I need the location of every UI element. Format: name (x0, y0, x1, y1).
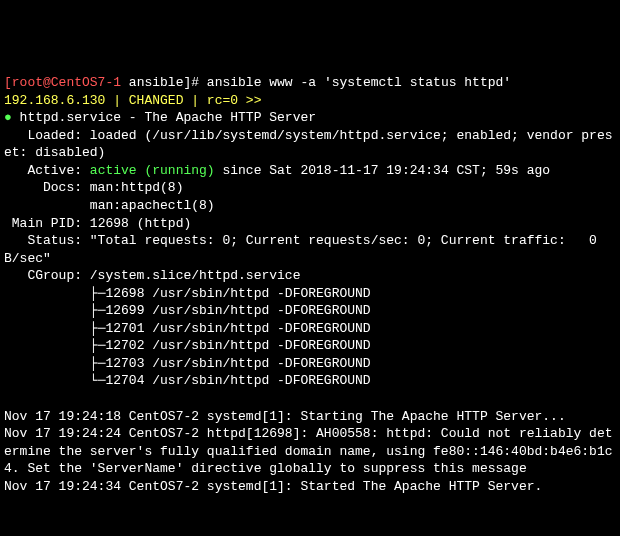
service-process-row: ├─12703 /usr/sbin/httpd -DFOREGROUND (4, 356, 371, 371)
service-process-row: ├─12698 /usr/sbin/httpd -DFOREGROUND (4, 286, 371, 301)
service-active-value: active (running) (90, 163, 215, 178)
service-process-row: └─12704 /usr/sbin/httpd -DFOREGROUND (4, 373, 371, 388)
service-loaded-line: Loaded: loaded (/usr/lib/systemd/system/… (4, 128, 613, 161)
prompt-cwd: ansible] (121, 75, 191, 90)
prompt-hash: # (191, 75, 207, 90)
service-status-dot-icon: ● (4, 110, 12, 125)
service-docs-line1: Docs: man:httpd(8) (4, 180, 183, 195)
service-title: httpd.service - The Apache HTTP Server (12, 110, 316, 125)
journal-log-line: Nov 17 19:24:34 CentOS7-2 systemd[1]: St… (4, 479, 542, 494)
service-cgroup: CGroup: /system.slice/httpd.service (4, 268, 300, 283)
prompt-user-host: [root@CentOS7-1 (4, 75, 121, 90)
service-main-pid: Main PID: 12698 (httpd) (4, 216, 191, 231)
journal-log-line: Nov 17 19:24:18 CentOS7-2 systemd[1]: St… (4, 409, 566, 424)
service-docs-line2: man:apachectl(8) (4, 198, 215, 213)
service-process-row: ├─12701 /usr/sbin/httpd -DFOREGROUND (4, 321, 371, 336)
service-process-row: ├─12699 /usr/sbin/httpd -DFOREGROUND (4, 303, 371, 318)
journal-log-line: Nov 17 19:24:24 CentOS7-2 httpd[12698]: … (4, 426, 613, 476)
service-active-since: since Sat 2018-11-17 19:24:34 CST; 59s a… (215, 163, 550, 178)
service-active-label: Active: (4, 163, 90, 178)
command-input[interactable]: ansible www -a 'systemctl status httpd' (207, 75, 511, 90)
service-status-line: Status: "Total requests: 0; Current requ… (4, 233, 605, 266)
ansible-result-header: 192.168.6.130 | CHANGED | rc=0 >> (4, 93, 261, 108)
service-process-row: ├─12702 /usr/sbin/httpd -DFOREGROUND (4, 338, 371, 353)
